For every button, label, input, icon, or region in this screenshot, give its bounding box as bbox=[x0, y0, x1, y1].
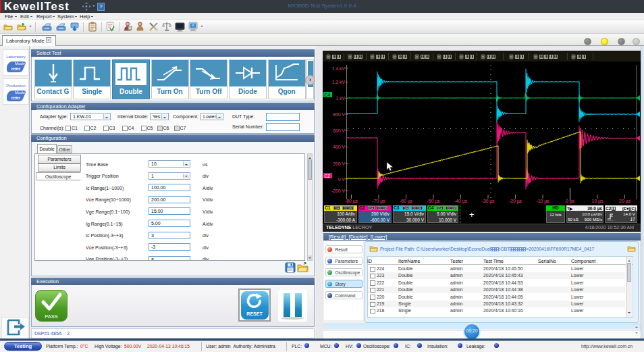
svg-text:1.4 kV: 1.4 kV bbox=[332, 66, 346, 71]
svg-text:800 V: 800 V bbox=[333, 112, 345, 117]
svg-text:-30 µs: -30 µs bbox=[481, 199, 495, 204]
svg-text:-50 µs: -50 µs bbox=[427, 199, 440, 204]
svg-text:-10 µs: -10 µs bbox=[536, 199, 549, 204]
svg-text:600 V: 600 V bbox=[333, 128, 345, 133]
svg-text:-40 µs: -40 µs bbox=[454, 199, 468, 204]
svg-text:-200 V: -200 V bbox=[331, 188, 345, 193]
svg-text:-20 µs: -20 µs bbox=[509, 199, 522, 204]
svg-text:200 V: 200 V bbox=[333, 161, 345, 166]
svg-text:C4: C4 bbox=[325, 93, 331, 97]
svg-text:1.2 kV: 1.2 kV bbox=[332, 80, 346, 84]
svg-text:10 µs: 10 µs bbox=[592, 199, 603, 204]
svg-text:1 kV: 1 kV bbox=[336, 96, 345, 101]
svg-text:400 V: 400 V bbox=[333, 145, 345, 149]
svg-text:-60 µs: -60 µs bbox=[400, 199, 413, 204]
svg-text:-80 µs: -80 µs bbox=[345, 199, 358, 204]
svg-text:-70 µs: -70 µs bbox=[372, 199, 385, 204]
svg-text:20 µs: 20 µs bbox=[619, 199, 630, 204]
svg-text:C2: C2 bbox=[325, 174, 331, 178]
svg-text:0 V: 0 V bbox=[338, 177, 346, 182]
